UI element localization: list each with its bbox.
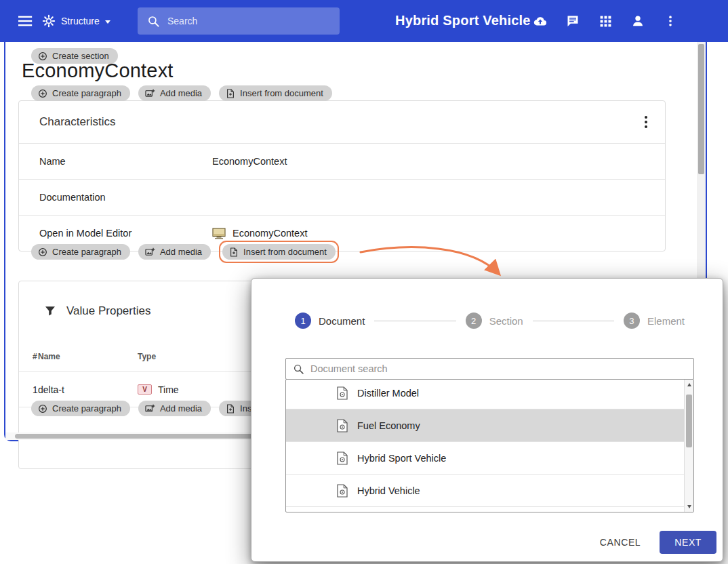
cancel-button[interactable]: CANCEL [592, 531, 649, 553]
filter-icon[interactable] [45, 306, 56, 317]
step-label: Element [647, 315, 685, 327]
app-bar: Structure Hybrid Sport Vehicle [0, 0, 728, 42]
more-options-icon[interactable] [642, 113, 650, 131]
column-type: Type [138, 352, 156, 361]
list-item[interactable]: Hybrid Vehicle [286, 475, 693, 507]
list-item-label: Hybrid Vehicle [357, 485, 420, 496]
structure-menu[interactable]: Structure [42, 12, 110, 31]
characteristics-row-documentation: Documentation [19, 179, 665, 215]
row-label: Documentation [39, 192, 212, 203]
stepper-connector [533, 321, 614, 321]
create-paragraph-label: Create paragraph [52, 88, 121, 98]
apps-grid-icon[interactable] [598, 13, 613, 29]
search-box[interactable] [138, 7, 340, 35]
chat-icon[interactable] [565, 13, 580, 29]
step-number: 2 [466, 313, 482, 329]
add-media-icon [145, 247, 155, 257]
topbar-actions [533, 13, 678, 29]
list-scrollbar[interactable] [684, 380, 693, 512]
add-media-button[interactable]: Add media [138, 401, 211, 416]
create-paragraph-label: Create paragraph [52, 403, 121, 414]
cloud-upload-icon[interactable] [533, 13, 548, 29]
step-label: Document [319, 315, 365, 327]
insert-document-icon [226, 404, 235, 414]
add-media-icon [145, 404, 155, 414]
plus-circle-icon [38, 89, 47, 98]
create-paragraph-button[interactable]: Create paragraph [31, 401, 130, 416]
characteristics-card: Characteristics Name EconomyContext Docu… [18, 100, 666, 251]
row-value: EconomyContext [212, 156, 287, 167]
value-properties-title: Value Properties [66, 304, 150, 318]
search-icon [293, 363, 304, 375]
step-number: 1 [295, 313, 311, 329]
app-window: Structure Hybrid Sport Vehicle Create se… [0, 0, 728, 564]
document-icon [336, 451, 348, 465]
insert-from-document-label: Insert from document [243, 247, 327, 257]
document-icon [336, 484, 348, 498]
scrollbar-thumb[interactable] [698, 44, 704, 174]
insert-toolbar: Create paragraph Add media Insert from d… [31, 85, 332, 101]
characteristics-title: Characteristics [39, 115, 115, 129]
document-icon [336, 386, 348, 400]
document-search-input[interactable] [310, 363, 636, 374]
chevron-down-icon [105, 20, 110, 24]
dialog-actions: CANCEL NEXT [592, 531, 716, 554]
next-button[interactable]: NEXT [660, 531, 716, 554]
scroll-up-icon[interactable] [687, 383, 691, 386]
create-paragraph-button[interactable]: Create paragraph [31, 244, 130, 260]
search-icon [147, 15, 160, 28]
scroll-down-icon[interactable] [687, 505, 691, 508]
cell-type-label: Time [158, 384, 179, 395]
list-item[interactable]: Distiller Model [286, 379, 693, 409]
add-media-label: Add media [160, 88, 202, 98]
insert-from-document-dialog: 1 Document 2 Section 3 Element Distill [251, 278, 723, 562]
stepper-connector [374, 321, 456, 321]
column-number: # [19, 352, 38, 361]
app-title: Hybrid Sport Vehicle [395, 13, 531, 28]
list-item-label: Distiller Model [357, 388, 419, 399]
step-document[interactable]: 1 Document [295, 313, 365, 329]
plus-circle-icon [38, 404, 47, 414]
add-media-label: Add media [160, 247, 202, 257]
plus-circle-icon [38, 247, 47, 257]
insert-document-icon [226, 89, 235, 98]
characteristics-header: Characteristics [19, 101, 665, 143]
document-list: Distiller Model Fuel Economy Hybrid Spor… [285, 379, 694, 512]
dialog-stepper: 1 Document 2 Section 3 Element [295, 313, 685, 329]
gear-icon [42, 14, 56, 28]
create-paragraph-button[interactable]: Create paragraph [31, 85, 130, 101]
insert-from-document-button[interactable]: Insert from document [222, 244, 336, 260]
cell-name: delta-t [38, 384, 138, 395]
list-item-label: Fuel Economy [357, 420, 420, 431]
step-number: 3 [624, 313, 640, 329]
insert-document-icon [229, 247, 239, 257]
list-item-selected[interactable]: Fuel Economy [286, 409, 693, 442]
search-input[interactable] [167, 16, 323, 26]
step-section[interactable]: 2 Section [466, 313, 523, 329]
account-icon[interactable] [630, 13, 645, 29]
add-media-label: Add media [160, 403, 202, 414]
add-media-icon [145, 89, 155, 98]
characteristics-row-name: Name EconomyContext [19, 143, 665, 179]
column-name: Name [38, 352, 138, 361]
value-type-badge: V [138, 384, 152, 395]
scrollbar-thumb[interactable] [686, 395, 692, 447]
model-editor-link[interactable]: EconomyContext [212, 228, 307, 239]
step-label: Section [489, 315, 523, 327]
add-media-button[interactable]: Add media [138, 85, 211, 101]
insert-from-document-button[interactable]: Insert from document [219, 85, 332, 101]
more-vertical-icon[interactable] [663, 13, 678, 29]
step-element[interactable]: 3 Element [624, 313, 685, 329]
cell-number: 1 [19, 384, 38, 395]
list-item[interactable]: Hybrid Sport Vehicle [286, 442, 693, 475]
create-paragraph-label: Create paragraph [52, 247, 121, 257]
structure-label: Structure [61, 16, 100, 26]
cell-type: V Time [138, 384, 179, 395]
list-item-label: Hybrid Sport Vehicle [357, 453, 446, 464]
menu-icon[interactable] [18, 14, 34, 28]
document-search-box[interactable] [285, 358, 694, 380]
add-media-button[interactable]: Add media [138, 244, 211, 260]
row-label: Open in Model Editor [39, 228, 212, 239]
page-title: EconomyContext [22, 60, 174, 82]
document-icon [336, 419, 348, 432]
